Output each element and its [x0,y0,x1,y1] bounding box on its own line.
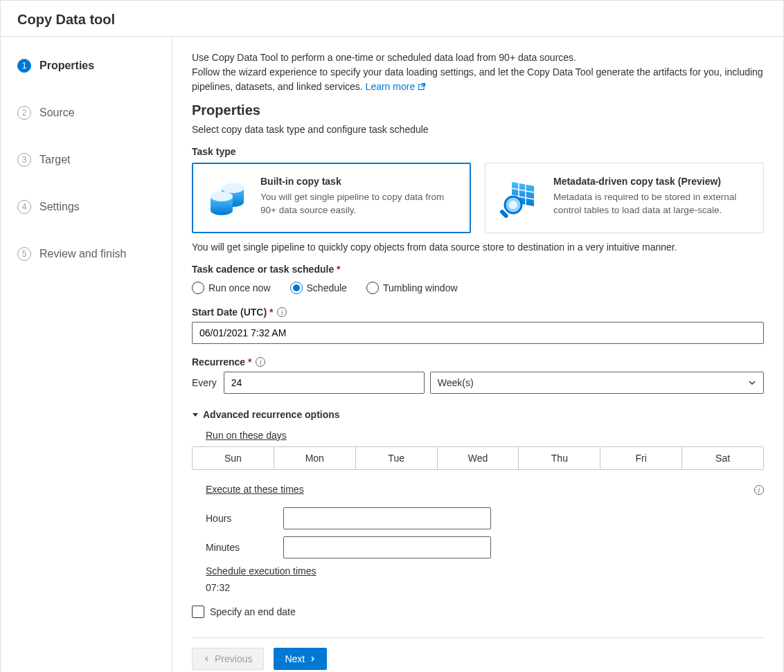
database-icon [205,176,249,220]
step-number-icon: 4 [17,200,31,214]
wizard-footer: Previous Next [192,637,764,672]
step-label: Source [39,107,75,119]
step-review[interactable]: 5 Review and finish [1,242,172,266]
step-source[interactable]: 2 Source [1,100,172,125]
time-inputs: Hours Minutes [206,507,764,559]
day-sat[interactable]: Sat [682,447,763,469]
unit-select[interactable]: Week(s) [430,372,764,394]
chevron-right-icon [309,655,316,662]
card-title: Built-in copy task [260,176,458,187]
svg-point-4 [211,192,233,201]
cadence-radios: Run once now Schedule Tumbling window [192,282,764,294]
copy-data-tool-window: Copy Data tool 1 Properties 2 Source 3 T… [0,0,784,672]
svg-point-2 [222,183,244,193]
end-date-checkbox-row[interactable]: Specify an end date [192,606,764,618]
properties-subheading: Select copy data task type and configure… [192,124,764,135]
days-selector: Sun Mon Tue Wed Thu Fri Sat [192,446,764,470]
step-number-icon: 3 [17,153,31,167]
next-label: Next [285,653,305,664]
wizard-steps-sidebar: 1 Properties 2 Source 3 Target 4 Setting… [1,37,172,672]
card-desc: You will get single pipeline to copy dat… [260,191,458,217]
triangle-down-icon [192,411,199,418]
step-label: Target [39,154,70,166]
radio-icon [290,282,303,294]
day-sun[interactable]: Sun [193,447,274,469]
chevron-down-icon [748,379,756,387]
step-label: Review and finish [39,248,126,260]
schedule-times-section: Schedule execution times 07:32 [206,565,764,593]
card-body: Metadata-driven copy task (Preview) Meta… [553,176,751,220]
radio-icon [366,282,379,294]
info-icon[interactable]: i [256,357,265,367]
step-number-icon: 5 [17,247,31,261]
execute-times-row: Execute at these times i [206,480,764,500]
advanced-label: Advanced recurrence options [203,409,340,420]
radio-icon [192,282,204,294]
task-type-hint: You will get single pipeline to quickly … [192,242,764,253]
intro-text: Use Copy Data Tool to perform a one-time… [192,51,764,94]
hours-label: Hours [206,513,275,524]
day-mon[interactable]: Mon [274,447,356,469]
card-desc: Metadata is required to be stored in ext… [553,191,751,217]
radio-schedule[interactable]: Schedule [290,282,347,294]
minutes-input[interactable] [283,536,491,559]
titlebar: Copy Data tool [1,1,783,37]
step-settings[interactable]: 4 Settings [1,194,172,219]
step-number-icon: 2 [17,106,31,120]
radio-tumbling[interactable]: Tumbling window [366,282,458,294]
body: 1 Properties 2 Source 3 Target 4 Setting… [1,37,783,672]
start-date-input[interactable] [192,322,764,344]
start-date-label: Start Date (UTC) i [192,307,764,318]
external-link-icon [418,82,426,91]
every-label: Every [192,377,217,388]
schedule-times-heading: Schedule execution times [206,565,764,576]
radio-run-once[interactable]: Run once now [192,282,271,294]
step-label: Properties [39,60,94,72]
checkbox-icon [192,606,204,618]
table-search-icon [498,176,542,220]
advanced-toggle[interactable]: Advanced recurrence options [192,409,764,420]
day-tue[interactable]: Tue [356,447,438,469]
previous-button: Previous [192,648,264,670]
execute-times-heading: Execute at these times [206,484,304,495]
learn-more-link[interactable]: Learn more [366,81,426,92]
radio-label: Tumbling window [383,282,458,293]
info-icon[interactable]: i [754,485,764,495]
card-builtin-copy[interactable]: Built-in copy task You will get single p… [192,163,471,233]
card-title: Metadata-driven copy task (Preview) [553,176,751,187]
svg-point-6 [509,201,517,209]
learn-more-label: Learn more [366,81,416,92]
recurrence-row: Every Week(s) [192,372,764,394]
radio-label: Run once now [208,282,271,293]
cadence-label: Task cadence or task schedule [192,264,764,275]
radio-label: Schedule [307,282,347,293]
run-days-heading: Run on these days [206,430,764,441]
card-metadata-copy[interactable]: Metadata-driven copy task (Preview) Meta… [485,163,764,233]
unit-value: Week(s) [438,377,474,388]
every-input[interactable] [224,372,425,394]
prev-label: Previous [215,653,252,664]
day-fri[interactable]: Fri [600,447,682,469]
minutes-label: Minutes [206,542,275,553]
main-panel: Use Copy Data Tool to perform a one-time… [172,37,783,672]
day-wed[interactable]: Wed [438,447,519,469]
step-label: Settings [39,201,80,213]
hours-row: Hours [206,507,764,529]
step-target[interactable]: 3 Target [1,147,172,172]
schedule-times-value: 07:32 [206,582,764,593]
minutes-row: Minutes [206,536,764,559]
intro-line2: Follow the wizard experience to specify … [192,66,763,92]
window-title: Copy Data tool [17,12,767,28]
task-type-label: Task type [192,146,764,157]
hours-input[interactable] [283,507,491,529]
step-properties[interactable]: 1 Properties [1,53,172,78]
properties-heading: Properties [192,102,764,118]
day-thu[interactable]: Thu [519,447,600,469]
info-icon[interactable]: i [277,307,287,317]
next-button[interactable]: Next [274,648,327,670]
end-date-label: Specify an end date [210,606,296,617]
step-number-icon: 1 [17,59,31,73]
card-body: Built-in copy task You will get single p… [260,176,458,220]
chevron-left-icon [204,655,211,662]
task-type-cards: Built-in copy task You will get single p… [192,163,764,233]
